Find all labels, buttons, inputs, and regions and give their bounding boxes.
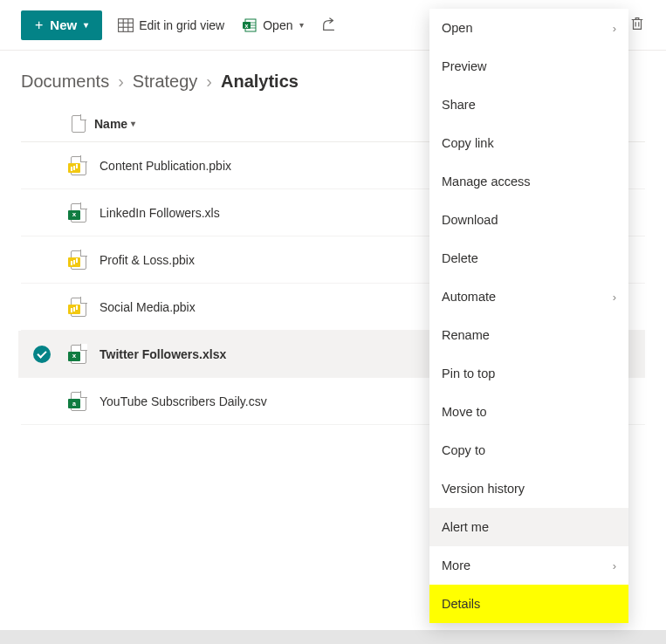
menu-item-label: More — [442, 558, 470, 572]
trash-icon — [629, 20, 645, 34]
menu-item-label: Share — [442, 98, 476, 112]
menu-item-label: Open — [442, 21, 472, 35]
file-type-column-header[interactable] — [63, 115, 94, 133]
file-icon — [63, 345, 94, 364]
file-icon — [63, 156, 94, 175]
chevron-down-icon: ▾ — [84, 20, 88, 30]
open-button[interactable]: x Open ▾ — [240, 14, 306, 37]
breadcrumb-mid[interactable]: Strategy — [133, 72, 197, 92]
row-select[interactable] — [21, 346, 63, 363]
file-icon — [63, 298, 94, 317]
chevron-right-icon: › — [206, 72, 212, 92]
menu-item-label: Download — [442, 213, 498, 227]
open-label: Open — [263, 18, 292, 32]
new-button-label: New — [50, 17, 77, 32]
menu-item-label: Copy link — [442, 136, 494, 150]
menu-item-version-history[interactable]: Version history — [429, 469, 628, 508]
menu-item-label: Details — [442, 597, 480, 611]
menu-item-label: Manage access — [442, 175, 531, 188]
menu-item-open[interactable]: Open› — [429, 9, 628, 47]
file-icon — [63, 203, 94, 223]
menu-item-label: Automate — [442, 290, 496, 304]
menu-item-label: Copy to — [442, 443, 485, 457]
chevron-right-icon: › — [613, 22, 616, 35]
menu-item-more[interactable]: More› — [429, 546, 628, 585]
svg-text:x: x — [245, 22, 249, 28]
breadcrumb-current: Analytics — [221, 72, 299, 92]
menu-item-label: Preview — [442, 59, 487, 73]
svg-rect-0 — [119, 18, 134, 31]
menu-item-move-to[interactable]: Move to — [429, 393, 628, 431]
file-icon — [63, 250, 94, 270]
breadcrumb-root[interactable]: Documents — [21, 72, 109, 92]
chevron-down-icon: ▾ — [299, 20, 304, 30]
menu-item-label: Delete — [442, 251, 478, 265]
chevron-right-icon: › — [118, 72, 124, 92]
menu-item-details[interactable]: Details — [429, 585, 628, 623]
menu-item-automate[interactable]: Automate› — [429, 277, 628, 316]
edit-in-grid-button[interactable]: Edit in grid view — [116, 14, 226, 37]
grid-icon — [118, 17, 134, 33]
delete-button[interactable] — [629, 16, 645, 34]
document-icon — [72, 115, 86, 133]
menu-item-manage-access[interactable]: Manage access — [429, 162, 628, 201]
menu-item-alert-me[interactable]: Alert me — [429, 508, 628, 546]
chevron-down-icon: ▾ — [131, 119, 135, 128]
menu-item-copy-to[interactable]: Copy to — [429, 431, 628, 469]
name-column-label: Name — [94, 117, 127, 131]
chevron-right-icon: › — [613, 559, 616, 572]
plus-icon: + — [35, 17, 43, 33]
menu-item-preview[interactable]: Preview — [429, 47, 628, 86]
menu-item-label: Move to — [442, 405, 487, 419]
new-button[interactable]: + New ▾ — [21, 10, 102, 40]
menu-item-pin-to-top[interactable]: Pin to top — [429, 354, 628, 393]
menu-item-label: Rename — [442, 328, 490, 342]
menu-item-label: Version history — [442, 482, 525, 496]
menu-item-download[interactable]: Download — [429, 201, 628, 239]
menu-item-delete[interactable]: Delete — [429, 239, 628, 277]
share-button[interactable] — [319, 14, 339, 37]
menu-item-rename[interactable]: Rename — [429, 316, 628, 354]
menu-item-label: Alert me — [442, 520, 489, 534]
chevron-right-icon: › — [613, 291, 616, 304]
edit-in-grid-label: Edit in grid view — [139, 18, 224, 32]
menu-item-label: Pin to top — [442, 367, 495, 380]
menu-item-copy-link[interactable]: Copy link — [429, 124, 628, 162]
context-menu: Open›PreviewShareCopy linkManage accessD… — [429, 9, 628, 623]
file-icon — [63, 392, 94, 411]
excel-icon: x — [242, 17, 257, 33]
checkmark-icon — [33, 346, 51, 363]
horizontal-scrollbar[interactable] — [0, 630, 666, 644]
menu-item-share[interactable]: Share — [429, 86, 628, 124]
share-icon — [321, 17, 337, 33]
